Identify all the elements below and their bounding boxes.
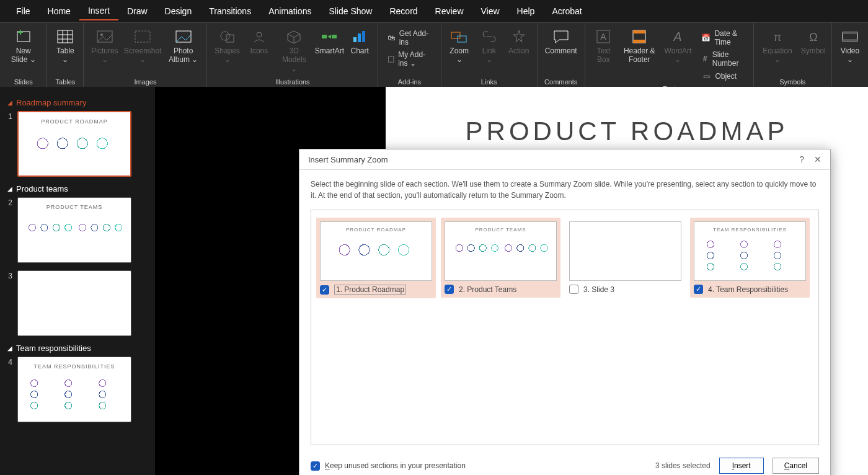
menu-tab-view[interactable]: View: [472, 2, 508, 20]
slide-thumbnail-row: 4TEAM RESPONSIBILITIES: [5, 357, 150, 422]
menu-tab-transitions[interactable]: Transitions: [200, 2, 260, 20]
zoom-item[interactable]: PRODUCT TEAMS✓2. Product Teams: [441, 218, 560, 298]
slide-thumbnail-row: 2PRODUCT TEAMS: [5, 197, 150, 263]
zoom-item-checkbox[interactable]: ✓: [445, 285, 454, 294]
menu-tab-design[interactable]: Design: [156, 2, 201, 20]
wordart-button[interactable]: AWordArt ⌄: [660, 25, 695, 66]
zoom-item[interactable]: TEAM RESPONSIBILITIES✓4. Team Responsibi…: [690, 218, 810, 298]
addins-icon: ⬚: [387, 54, 394, 64]
my-addins-label: My Add-ins ⌄: [398, 50, 432, 68]
menu-tab-slide-show[interactable]: Slide Show: [320, 2, 381, 20]
chart-button[interactable]: Chart: [345, 25, 374, 56]
collapse-icon: ◢: [7, 99, 12, 106]
textbox-button[interactable]: AText Box: [589, 25, 618, 66]
dialog-body: Select the beginning slide of each secti…: [299, 169, 830, 451]
ribbon-group-text: AText Box Header & Footer AWordArt ⌄ 📅Da…: [585, 23, 754, 87]
slide-thumbnail[interactable]: PRODUCT ROADMAP: [17, 111, 131, 177]
pictures-button[interactable]: Pictures ⌄: [87, 25, 122, 66]
get-addins-button[interactable]: 🛍Get Add-ins: [382, 28, 437, 48]
menu-tab-review[interactable]: Review: [427, 2, 472, 20]
zoom-item-checkbox[interactable]: ✓: [694, 285, 703, 294]
section-header[interactable]: ◢Roadmap summary: [7, 98, 150, 107]
slide-panel[interactable]: ◢Roadmap summary1PRODUCT ROADMAP◢Product…: [0, 87, 155, 475]
header-footer-button[interactable]: Header & Footer: [619, 25, 659, 66]
group-label: Links: [445, 76, 533, 87]
zoom-item-checkbox[interactable]: ✓: [320, 285, 329, 295]
svg-rect-21: [358, 33, 361, 42]
ribbon-group-illustrations: Shapes ⌄ Icons 3D Models ⌄ SmartArt Char…: [207, 23, 378, 87]
group-label: Symbols: [758, 76, 828, 87]
screenshot-button[interactable]: Screenshot ⌄: [123, 25, 162, 66]
menu-tab-record[interactable]: Record: [381, 2, 426, 20]
object-button[interactable]: ▭Object: [696, 70, 749, 82]
zoom-item-list: PRODUCT ROADMAP✓1. Product RoadmapPRODUC…: [311, 210, 819, 445]
dialog-description: Select the beginning slide of each secti…: [311, 179, 819, 201]
zoom-item[interactable]: 3. Slide 3: [565, 218, 685, 298]
my-addins-button[interactable]: ⬚My Add-ins ⌄: [382, 49, 437, 69]
menu-tab-animations[interactable]: Animations: [260, 2, 320, 20]
section-header[interactable]: ◢Product teams: [7, 184, 150, 193]
smartart-icon: [321, 27, 337, 47]
svg-rect-17: [322, 35, 327, 38]
cancel-button[interactable]: Cancel: [773, 458, 819, 474]
date-time-button[interactable]: 📅Date & Time: [696, 28, 749, 48]
slide-number: 3: [5, 270, 12, 280]
slide-thumbnail[interactable]: PRODUCT TEAMS: [17, 197, 131, 263]
svg-rect-18: [332, 35, 337, 38]
help-button[interactable]: ?: [799, 154, 804, 164]
icons-icon: [252, 27, 267, 47]
header-footer-label: Header & Footer: [623, 47, 655, 64]
shapes-button[interactable]: Shapes ⌄: [211, 25, 243, 66]
menu-tab-draw[interactable]: Draw: [118, 2, 156, 20]
store-icon: 🛍: [387, 33, 396, 43]
group-label: Images: [87, 76, 203, 87]
svg-rect-0: [17, 32, 30, 42]
calendar-icon: 📅: [701, 33, 711, 43]
photo-album-button[interactable]: Photo Album ⌄: [164, 25, 203, 66]
zoom-item-thumbnail: PRODUCT ROADMAP: [320, 221, 432, 281]
insert-button[interactable]: Insert: [719, 458, 764, 474]
video-button[interactable]: Video ⌄: [836, 25, 864, 66]
slide-number-label: Slide Number: [712, 50, 745, 68]
ribbon-group-media: Video ⌄: [832, 23, 868, 87]
zoom-item[interactable]: PRODUCT ROADMAP✓1. Product Roadmap: [316, 218, 436, 298]
zoom-icon: [451, 27, 468, 47]
slide-thumbnail[interactable]: [17, 270, 131, 336]
cube-icon: [286, 27, 301, 47]
chart-label: Chart: [351, 47, 369, 55]
link-label: Link ⌄: [479, 47, 500, 64]
ribbon-group-addins: 🛍Get Add-ins ⬚My Add-ins ⌄ Add-ins: [378, 23, 441, 87]
slide-thumbnail[interactable]: TEAM RESPONSIBILITIES: [17, 357, 131, 422]
menu-tab-file[interactable]: File: [7, 2, 39, 20]
wordart-icon: A: [670, 27, 685, 47]
zoom-label: Zoom ⌄: [449, 47, 470, 64]
smartart-button[interactable]: SmartArt: [315, 25, 344, 56]
keep-sections-checkbox[interactable]: ✓: [311, 461, 320, 471]
table-button[interactable]: Table ⌄: [51, 25, 79, 66]
link-button[interactable]: Link ⌄: [475, 25, 503, 66]
zoom-item-label-row: 3. Slide 3: [569, 285, 681, 294]
svg-point-9: [100, 33, 103, 36]
zoom-button[interactable]: Zoom ⌄: [445, 25, 474, 66]
menu-tab-insert[interactable]: Insert: [79, 2, 118, 20]
group-label: Slides: [4, 76, 43, 87]
3d-models-button[interactable]: 3D Models ⌄: [275, 25, 314, 74]
symbol-button[interactable]: ΩSymbol: [799, 25, 828, 56]
section-header[interactable]: ◢Team responsibilities: [7, 344, 150, 353]
header-footer-icon: [632, 27, 646, 47]
action-button[interactable]: Action: [505, 25, 533, 56]
equation-button[interactable]: πEquation ⌄: [758, 25, 798, 66]
comment-button[interactable]: Comment: [541, 25, 581, 56]
menu-tab-help[interactable]: Help: [508, 2, 544, 20]
equation-icon: π: [770, 27, 785, 47]
equation-label: Equation ⌄: [761, 47, 794, 64]
menu-tab-home[interactable]: Home: [39, 2, 79, 20]
icons-button[interactable]: Icons: [245, 25, 273, 56]
section-title: Team responsibilities: [16, 344, 91, 353]
slide-number-button[interactable]: #Slide Number: [696, 49, 749, 69]
new-slide-button[interactable]: New Slide ⌄: [4, 25, 43, 66]
close-button[interactable]: ✕: [814, 154, 822, 164]
menu-tab-acrobat[interactable]: Acrobat: [543, 2, 590, 20]
zoom-item-label-row: ✓2. Product Teams: [445, 285, 557, 294]
zoom-item-checkbox[interactable]: [569, 285, 578, 294]
